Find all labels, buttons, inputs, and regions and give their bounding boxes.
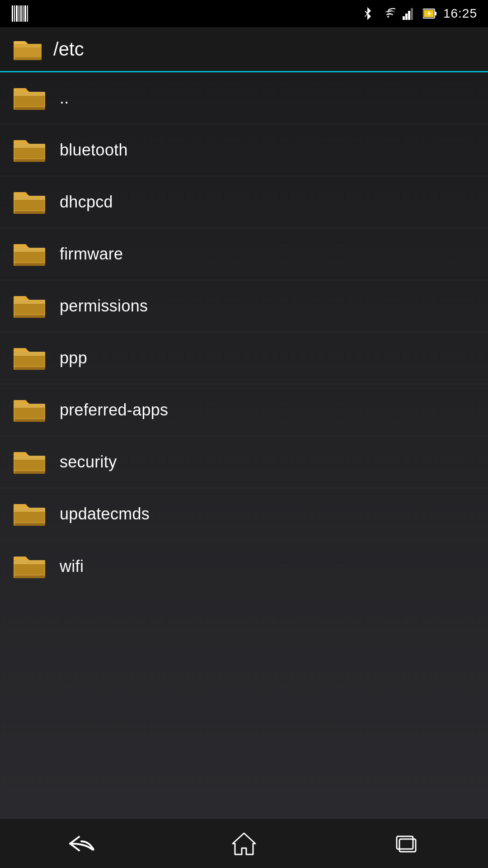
folder-icon (14, 396, 46, 424)
file-item-permissions[interactable]: permissions (0, 280, 488, 332)
bluetooth-status-icon (360, 6, 375, 21)
svg-rect-1 (14, 5, 15, 22)
file-item-wifi[interactable]: wifi (0, 540, 488, 592)
svg-rect-48 (14, 471, 45, 474)
folder-icon (14, 137, 46, 164)
wifi-status-icon (381, 6, 395, 21)
folder-icon (14, 189, 46, 216)
svg-rect-13 (435, 12, 436, 15)
header-folder-icon (14, 38, 42, 61)
svg-rect-33 (14, 252, 44, 262)
file-name: firmware (60, 245, 123, 264)
svg-rect-39 (14, 352, 45, 356)
svg-rect-31 (14, 248, 45, 252)
nav-bar (0, 818, 488, 868)
svg-rect-41 (14, 356, 44, 366)
svg-rect-8 (403, 16, 405, 20)
file-name: updatecmds (60, 505, 150, 524)
svg-rect-5 (23, 5, 23, 22)
svg-rect-21 (14, 96, 44, 106)
svg-rect-23 (14, 144, 45, 148)
file-name: ppp (60, 349, 87, 368)
file-item-ppp[interactable]: ppp (0, 332, 488, 384)
file-name: security (60, 453, 117, 472)
svg-rect-45 (14, 408, 44, 418)
signal-icon (402, 6, 416, 21)
folder-icon (14, 241, 46, 268)
folder-icon (14, 500, 46, 528)
status-bar: 16:25 (0, 0, 488, 27)
file-item-preferred-apps[interactable]: preferred-apps (0, 384, 488, 436)
folder-icon (14, 344, 46, 372)
back-button[interactable] (54, 826, 108, 862)
svg-rect-2 (16, 5, 18, 22)
folder-icon (14, 85, 46, 112)
svg-rect-53 (14, 512, 44, 522)
svg-rect-35 (14, 300, 45, 304)
svg-rect-27 (14, 196, 45, 200)
svg-rect-9 (405, 14, 408, 20)
svg-rect-7 (27, 5, 28, 22)
svg-rect-40 (14, 367, 45, 370)
svg-rect-37 (14, 304, 44, 314)
status-time: 16:25 (443, 6, 477, 21)
svg-rect-44 (14, 419, 45, 422)
svg-rect-56 (14, 576, 45, 578)
svg-rect-25 (14, 148, 44, 158)
svg-rect-43 (14, 404, 45, 408)
svg-rect-28 (14, 211, 45, 214)
svg-rect-52 (14, 523, 45, 526)
file-name: permissions (60, 297, 148, 316)
svg-rect-55 (14, 560, 45, 564)
file-item-firmware[interactable]: firmware (0, 228, 488, 280)
svg-rect-16 (14, 44, 42, 47)
svg-rect-19 (14, 92, 45, 96)
svg-rect-6 (24, 5, 26, 22)
svg-rect-36 (14, 315, 45, 318)
svg-rect-29 (14, 200, 44, 210)
file-item-security[interactable]: security (0, 436, 488, 488)
barcode-icon (11, 5, 29, 23)
svg-rect-11 (411, 8, 413, 20)
file-item-updatecmds[interactable]: updatecmds (0, 488, 488, 540)
svg-rect-17 (14, 57, 42, 60)
folder-icon (14, 292, 46, 320)
header-title: /etc (53, 38, 84, 60)
file-list: ..bluetoothdhcpcdfirmwarepermissionspppp… (0, 72, 488, 818)
file-item-dhcpcd[interactable]: dhcpcd (0, 176, 488, 228)
svg-rect-57 (14, 564, 44, 575)
folder-icon (14, 448, 46, 476)
file-name: wifi (60, 557, 84, 576)
svg-rect-24 (14, 159, 45, 162)
svg-rect-0 (12, 5, 13, 22)
header: /etc (0, 27, 488, 72)
svg-rect-47 (14, 456, 45, 460)
file-item-parent[interactable]: .. (0, 72, 488, 124)
svg-rect-10 (408, 11, 410, 20)
recents-button[interactable] (380, 826, 434, 862)
folder-icon (14, 553, 46, 580)
svg-rect-32 (14, 263, 45, 266)
svg-rect-49 (14, 460, 44, 470)
file-name: preferred-apps (60, 401, 168, 420)
home-button[interactable] (217, 826, 271, 862)
svg-rect-20 (14, 107, 45, 110)
svg-rect-3 (19, 5, 19, 22)
file-name: bluetooth (60, 141, 128, 160)
file-item-bluetooth[interactable]: bluetooth (0, 124, 488, 176)
file-name: .. (60, 89, 69, 108)
svg-rect-4 (20, 5, 22, 22)
file-name: dhcpcd (60, 193, 113, 212)
svg-rect-51 (14, 508, 45, 512)
battery-icon (422, 6, 437, 21)
